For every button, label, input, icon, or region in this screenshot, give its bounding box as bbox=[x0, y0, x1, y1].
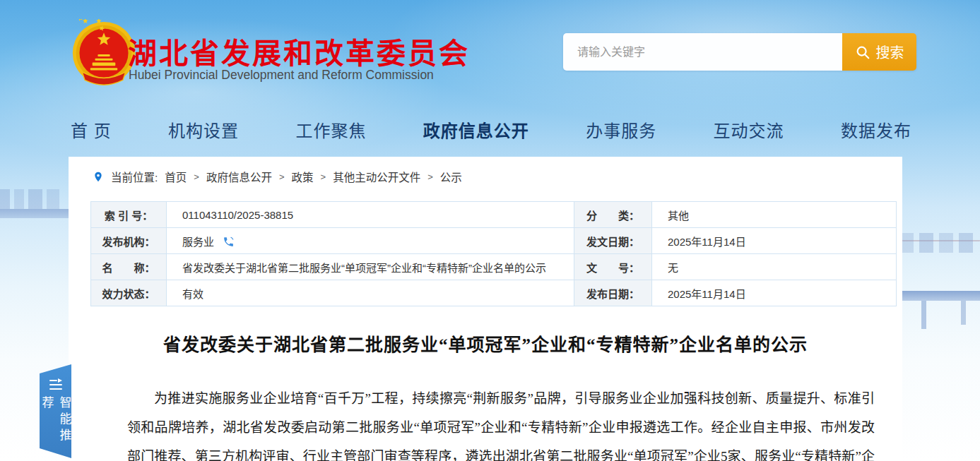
background-bridge-right bbox=[902, 291, 980, 301]
search-button[interactable]: 搜索 bbox=[842, 33, 916, 71]
nav-item-services[interactable]: 办事服务 bbox=[586, 117, 656, 142]
table-row: 发布机构： 服务业 发文日期： 2025年11月14日 bbox=[91, 228, 897, 254]
breadcrumb: 当前位置: 首页 > 政府信息公开 > 政策 > 其他主动公开文件 > 公示 bbox=[93, 169, 462, 184]
nav-item-data-release[interactable]: 数据发布 bbox=[841, 117, 911, 142]
meta-value-title: 省发改委关于湖北省第二批服务业“单项冠军”企业和“专精特新”企业名单的公示 bbox=[167, 254, 574, 280]
breadcrumb-gov-info[interactable]: 政府信息公开 bbox=[206, 169, 272, 184]
table-row: 效力状态： 有效 发布日期： 2025年11月14日 bbox=[91, 280, 897, 306]
main-nav: 首 页 机构设置 工作聚焦 政府信息公开 办事服务 互动交流 数据发布 bbox=[71, 117, 911, 142]
background-city-left bbox=[0, 189, 69, 209]
meta-label-publish-date: 发布日期： bbox=[574, 280, 652, 306]
nav-item-work-focus[interactable]: 工作聚焦 bbox=[295, 117, 366, 142]
search-button-label: 搜索 bbox=[876, 42, 904, 62]
table-row: 名 称： 省发改委关于湖北省第二批服务业“单项冠军”企业和“专精特新”企业名单的… bbox=[91, 254, 897, 280]
smart-recommend-tab[interactable]: 智能推荐 bbox=[40, 364, 71, 458]
meta-value-publish-date: 2025年11月14日 bbox=[652, 280, 897, 306]
nav-item-gov-info-disclosure[interactable]: 政府信息公开 bbox=[423, 117, 529, 142]
background-bridge-pier bbox=[961, 301, 966, 325]
meta-value-validity-status: 有效 bbox=[167, 280, 574, 306]
breadcrumb-separator: > bbox=[194, 172, 199, 182]
issuing-agency-text: 服务业 bbox=[182, 236, 214, 248]
meta-label-issue-date: 发文日期： bbox=[574, 228, 652, 254]
nav-item-organization[interactable]: 机构设置 bbox=[168, 117, 239, 142]
nav-item-interaction[interactable]: 互动交流 bbox=[714, 117, 784, 142]
breadcrumb-public-notice[interactable]: 公示 bbox=[440, 169, 462, 184]
nav-item-home[interactable]: 首 页 bbox=[71, 117, 112, 142]
background-bridge-pier bbox=[921, 301, 926, 329]
search-input[interactable] bbox=[563, 33, 842, 71]
site-title: 湖北省发展和改革委员会 bbox=[128, 30, 470, 72]
phone-subscribe-icon[interactable] bbox=[223, 236, 235, 248]
content-panel: 当前位置: 首页 > 政府信息公开 > 政策 > 其他主动公开文件 > 公示 索… bbox=[69, 157, 902, 461]
search-box: 搜索 bbox=[563, 33, 916, 71]
breadcrumb-separator: > bbox=[427, 172, 433, 182]
breadcrumb-policy[interactable]: 政策 bbox=[292, 169, 314, 184]
smart-recommend-label: 智能推荐 bbox=[38, 396, 73, 458]
site-subtitle: Hubei Provincial Development and Reform … bbox=[129, 68, 434, 83]
location-pin-icon bbox=[93, 170, 104, 184]
background-suspension-bridge-right bbox=[902, 240, 980, 253]
breadcrumb-label: 当前位置: bbox=[111, 169, 158, 184]
article-title: 省发改委关于湖北省第二批服务业“单项冠军”企业和“专精特新”企业名单的公示 bbox=[69, 330, 902, 356]
meta-value-doc-number: 无 bbox=[652, 254, 897, 280]
site-header: 湖北省发展和改革委员会 Hubei Provincial Development… bbox=[0, 0, 980, 106]
meta-value-issue-date: 2025年11月14日 bbox=[652, 228, 897, 254]
meta-label-validity-status: 效力状态： bbox=[91, 280, 167, 306]
meta-value-issuing-agency: 服务业 bbox=[167, 228, 574, 254]
meta-label-category: 分 类： bbox=[574, 202, 652, 228]
meta-label-issuing-agency: 发布机构： bbox=[91, 228, 167, 254]
document-meta-table: 索 引 号： 011043110/2025-38815 分 类： 其他 发布机构… bbox=[90, 201, 897, 306]
background-city-right bbox=[902, 233, 980, 253]
meta-value-index-number: 011043110/2025-38815 bbox=[167, 202, 574, 228]
article-paragraph: 为推进实施服务业企业培育“百千万”工程，持续擦亮“荆新服务”品牌，引导服务业企业… bbox=[127, 384, 875, 461]
meta-label-title: 名 称： bbox=[91, 254, 167, 280]
background-bridge-left bbox=[0, 209, 69, 218]
recommend-list-icon bbox=[49, 380, 62, 389]
meta-label-index-number: 索 引 号： bbox=[91, 202, 167, 228]
table-row: 索 引 号： 011043110/2025-38815 分 类： 其他 bbox=[91, 202, 897, 228]
meta-label-doc-number: 文 号： bbox=[574, 254, 652, 280]
breadcrumb-other-open-files[interactable]: 其他主动公开文件 bbox=[333, 169, 420, 184]
breadcrumb-separator: > bbox=[279, 172, 285, 182]
search-icon bbox=[855, 44, 870, 60]
meta-value-category: 其他 bbox=[652, 202, 897, 228]
breadcrumb-separator: > bbox=[321, 172, 326, 182]
breadcrumb-home[interactable]: 首页 bbox=[165, 169, 187, 184]
